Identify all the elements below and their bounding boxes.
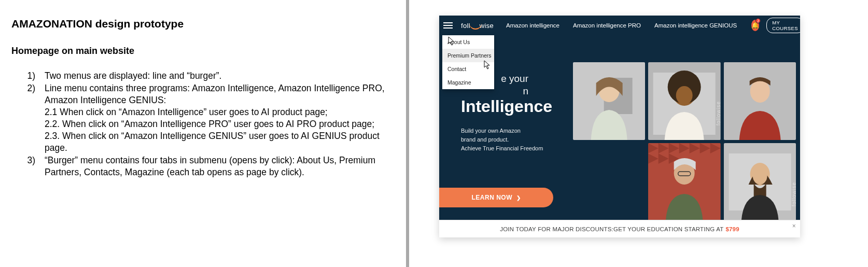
promo-text-a: JOIN TODAY FOR MAJOR DISCOUNTS: <box>500 226 613 232</box>
spec-subitem: 2.1 When click on “Amazon Intelligence” … <box>45 106 395 118</box>
hero-sub3: Achieve True Financial Freedom <box>461 144 559 153</box>
photo-tile-2: followise <box>648 62 720 140</box>
spec-item-body: Line menu contains three programs: Amazo… <box>45 82 395 154</box>
svg-point-26 <box>752 167 767 185</box>
spec-item-number: 2) <box>11 82 45 154</box>
photo-tile-5: followise <box>724 143 796 221</box>
photo-tile-4 <box>648 143 720 221</box>
promo-banner: JOIN TODAY FOR MAJOR DISCOUNTS: GET YOUR… <box>439 220 800 237</box>
spec-list: 1) Two menus are displayed: line and “bu… <box>11 70 395 178</box>
promo-price: $799 <box>725 226 739 232</box>
my-courses-button[interactable]: MY COURSES <box>766 18 800 33</box>
dropdown-item-premium-partners[interactable]: Premium Partners <box>442 49 494 62</box>
watermark: followise <box>791 182 796 206</box>
chevron-right-icon: ❯ <box>516 195 521 201</box>
svg-point-7 <box>676 86 693 105</box>
notifications-badge: 2 <box>755 18 761 23</box>
spec-subtitle: Homepage on main website <box>11 46 395 57</box>
spec-title: AMAZONATION design prototype <box>11 18 395 30</box>
spec-item-number: 3) <box>11 154 45 178</box>
hamburger-menu-icon[interactable] <box>442 20 454 31</box>
hero-heading: Intelligence <box>461 97 559 115</box>
learn-now-button[interactable]: LEARN NOW ❯ <box>439 188 553 207</box>
cta-label: LEARN NOW <box>472 194 513 201</box>
spec-item: 2) Line menu contains three programs: Am… <box>11 82 395 154</box>
svg-point-9 <box>750 80 769 103</box>
spec-item-text: Line menu contains three programs: Amazo… <box>45 83 385 105</box>
watermark: followise <box>716 101 721 125</box>
nav-link-ai-genious[interactable]: Amazon intelligence GENIOUS <box>654 22 737 29</box>
promo-text-b: GET YOUR EDUCATION STARTING AT <box>613 226 723 232</box>
mock-wrapper: follwise Amazon intelligence Amazon inte… <box>409 0 868 267</box>
nav-link-ai-pro[interactable]: Amazon intelligence PRO <box>573 22 641 29</box>
dropdown-item-contact[interactable]: Contact <box>442 62 494 76</box>
spec-item: 3) “Burger” menu contains four tabs in s… <box>11 154 395 178</box>
close-icon[interactable]: × <box>792 222 796 230</box>
spec-subitem: 2.3. When click on “Amazon Intelligence … <box>45 130 395 154</box>
notifications-button[interactable]: 🔔 2 <box>751 20 759 31</box>
spec-item-number: 1) <box>11 70 45 82</box>
brand-text-post: wise <box>480 22 494 30</box>
hero-sub1: Build your own Amazon <box>461 127 559 135</box>
brand-swish-icon <box>470 23 480 28</box>
spec-document: AMAZONATION design prototype Homepage on… <box>0 0 409 267</box>
spec-subitem: 2.2. When click on “Amazon Intelligence … <box>45 118 395 130</box>
spec-item: 1) Two menus are displayed: line and “bu… <box>11 70 395 82</box>
line-menu: Amazon intelligence Amazon intelligence … <box>506 22 737 29</box>
photo-tile-3 <box>724 62 796 140</box>
spec-item-body: Two menus are displayed: line and “burge… <box>45 70 395 82</box>
photo-grid: followise <box>573 62 796 221</box>
header: follwise Amazon intelligence Amazon inte… <box>439 16 800 35</box>
hero-sub2: brand and product. <box>461 135 559 144</box>
spec-item-body: “Burger” menu contains four tabs in subm… <box>45 154 395 178</box>
nav-link-ai[interactable]: Amazon intelligence <box>506 22 559 29</box>
burger-dropdown: About Us Premium Partners Contact Magazi… <box>442 35 494 89</box>
dropdown-item-about[interactable]: About Us <box>442 35 494 49</box>
dropdown-item-magazine[interactable]: Magazine <box>442 76 494 89</box>
website-mock: follwise Amazon intelligence Amazon inte… <box>439 16 800 237</box>
spec-sublist: 2.1 When click on “Amazon Intelligence” … <box>45 106 395 154</box>
brand-logo[interactable]: follwise <box>461 22 494 30</box>
photo-tile-1 <box>573 62 645 140</box>
